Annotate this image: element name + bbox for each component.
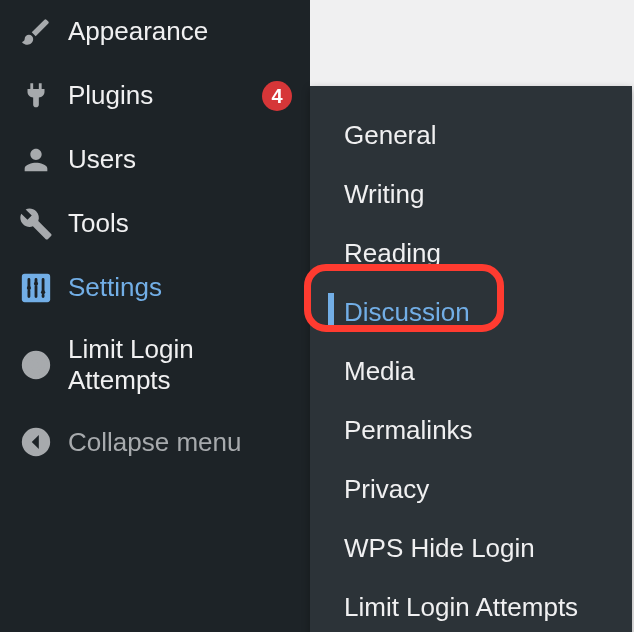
svg-point-6 (35, 364, 38, 367)
sidebar-item-settings[interactable]: Settings (0, 256, 310, 320)
submenu-item-writing[interactable]: Writing (310, 165, 632, 224)
user-icon (18, 142, 54, 178)
target-icon (18, 347, 54, 383)
settings-submenu: General Writing Reading Discussion Media… (310, 86, 632, 632)
submenu-item-reading[interactable]: Reading (310, 224, 632, 283)
sliders-icon (18, 270, 54, 306)
submenu-item-discussion[interactable]: Discussion (310, 283, 632, 342)
submenu-item-permalinks[interactable]: Permalinks (310, 401, 632, 460)
sidebar-item-label: Limit Login Attempts (68, 334, 292, 396)
sidebar-item-limit-login[interactable]: Limit Login Attempts (0, 320, 310, 410)
sidebar-item-label: Users (68, 144, 292, 175)
sidebar-item-tools[interactable]: Tools (0, 192, 310, 256)
sidebar-item-appearance[interactable]: Appearance (0, 0, 310, 64)
sidebar-item-label: Plugins (68, 80, 252, 111)
submenu-item-limit-login[interactable]: Limit Login Attempts (310, 578, 632, 632)
submenu-item-privacy[interactable]: Privacy (310, 460, 632, 519)
svg-point-2 (34, 282, 38, 286)
brush-icon (18, 14, 54, 50)
sidebar-item-label: Tools (68, 208, 292, 239)
submenu-item-general[interactable]: General (310, 106, 632, 165)
submenu-item-wps-hide-login[interactable]: WPS Hide Login (310, 519, 632, 578)
submenu-item-media[interactable]: Media (310, 342, 632, 401)
sidebar-item-label: Collapse menu (68, 427, 292, 458)
sidebar-item-label: Appearance (68, 16, 292, 47)
svg-point-1 (27, 286, 31, 290)
sidebar-item-users[interactable]: Users (0, 128, 310, 192)
sidebar-item-label: Settings (68, 272, 292, 303)
sidebar-item-plugins[interactable]: Plugins 4 (0, 64, 310, 128)
svg-point-3 (41, 290, 45, 294)
plug-icon (18, 78, 54, 114)
sidebar-collapse[interactable]: Collapse menu (0, 410, 310, 474)
collapse-icon (18, 424, 54, 460)
admin-sidebar: Appearance Plugins 4 Users Tools Setting… (0, 0, 310, 632)
wrench-icon (18, 206, 54, 242)
plugins-update-badge: 4 (262, 81, 292, 111)
